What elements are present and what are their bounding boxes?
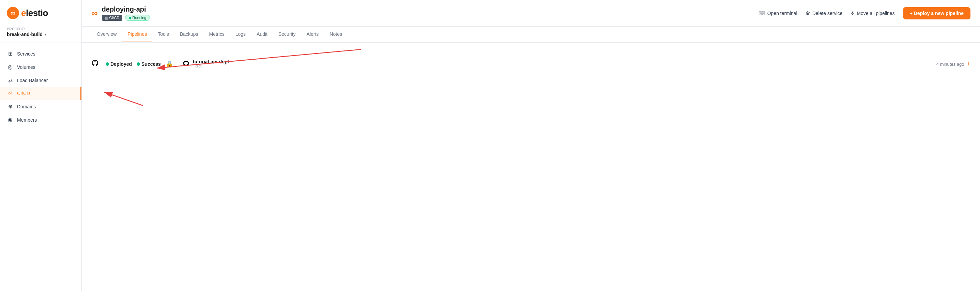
tab-overview[interactable]: Overview xyxy=(91,27,122,42)
terminal-icon: ⌨ xyxy=(759,11,765,16)
logo-icon: ∞ xyxy=(7,7,19,19)
main-content: ∞ deploying-api ▦ CI/CD Running ⌨ xyxy=(82,0,980,291)
status-badges: Deployed Success 🔒 xyxy=(106,60,173,68)
trash-icon: 🗑 xyxy=(805,11,810,16)
annotation-arrows xyxy=(82,43,980,291)
success-status: Success xyxy=(137,61,161,67)
sidebar-item-label: Volumes xyxy=(17,64,35,70)
sidebar-item-label: Domains xyxy=(17,104,36,110)
tab-notes[interactable]: Notes xyxy=(324,27,348,42)
project-label: PROJECT: xyxy=(7,27,75,31)
service-title: deploying-api xyxy=(102,5,150,13)
cicd-badge-icon: ▦ xyxy=(105,16,108,20)
loadbalancer-icon: ⇄ xyxy=(7,77,14,83)
tab-tools[interactable]: Tools xyxy=(152,27,175,42)
grid-icon: ⊞ xyxy=(7,51,14,57)
pipeline-name: tutorial-api-depl xyxy=(193,59,229,64)
project-section: PROJECT: break-and-build ▾ xyxy=(0,24,81,41)
badge-group: ▦ CI/CD Running xyxy=(102,15,150,21)
deployed-dot-icon xyxy=(106,62,109,66)
deployed-status: Deployed xyxy=(106,61,132,67)
delete-service-button[interactable]: 🗑 Delete service xyxy=(805,11,843,16)
pipeline-info: tutorial-api-depl - GO xyxy=(183,59,229,69)
cicd-badge: ▦ CI/CD xyxy=(102,15,123,21)
logo-area: ∞ elestio xyxy=(0,0,81,24)
deploy-pipeline-button[interactable]: + Deploy a new pipeline xyxy=(903,7,970,19)
running-dot-icon xyxy=(129,17,131,19)
volume-icon: ◎ xyxy=(7,64,14,70)
pipeline-time: 4 minutes ago + xyxy=(936,60,970,68)
move-icon: ✛ xyxy=(851,11,854,16)
sidebar-item-services[interactable]: ⊞ Services xyxy=(0,47,81,60)
logo-text: elestio xyxy=(21,8,48,18)
sidebar-item-label: Services xyxy=(17,51,35,57)
cicd-icon: ∞ xyxy=(7,90,14,97)
project-selector[interactable]: break-and-build ▾ xyxy=(7,32,75,37)
pipeline-lang: - GO xyxy=(193,64,229,69)
tab-security[interactable]: Security xyxy=(273,27,301,42)
sidebar-item-label: Load Balancer xyxy=(17,78,48,83)
service-title-block: deploying-api ▦ CI/CD Running xyxy=(102,5,150,21)
members-icon: ◉ xyxy=(7,116,14,123)
tab-alerts[interactable]: Alerts xyxy=(301,27,325,42)
service-infinity-icon: ∞ xyxy=(91,8,98,18)
chevron-down-icon: ▾ xyxy=(45,32,47,37)
header-actions: ⌨ Open terminal 🗑 Delete service ✛ Move … xyxy=(759,7,970,19)
project-name: break-and-build xyxy=(7,32,43,37)
content-area: Deployed Success 🔒 tutorial-api-depl - G… xyxy=(82,43,980,291)
sidebar-item-domains[interactable]: ⊕ Domains xyxy=(0,100,81,113)
tab-logs[interactable]: Logs xyxy=(230,27,251,42)
sidebar: ∞ elestio PROJECT: break-and-build ▾ ⊞ S… xyxy=(0,0,82,291)
running-badge: Running xyxy=(125,15,150,21)
tab-metrics[interactable]: Metrics xyxy=(204,27,230,42)
tab-audit[interactable]: Audit xyxy=(251,27,273,42)
sidebar-item-members[interactable]: ◉ Members xyxy=(0,113,81,126)
tab-backups[interactable]: Backups xyxy=(175,27,204,42)
sidebar-item-load-balancer[interactable]: ⇄ Load Balancer xyxy=(0,73,81,87)
svg-line-2 xyxy=(104,92,143,106)
sidebar-nav: ⊞ Services ◎ Volumes ⇄ Load Balancer ∞ C… xyxy=(0,44,81,291)
lock-icon: 🔒 xyxy=(165,60,173,68)
github-icon xyxy=(91,59,99,69)
top-header: ∞ deploying-api ▦ CI/CD Running ⌨ xyxy=(82,0,980,27)
service-info: ∞ deploying-api ▦ CI/CD Running xyxy=(91,5,150,21)
pipeline-github-icon xyxy=(183,60,189,68)
sidebar-item-label: Members xyxy=(17,117,37,122)
tab-pipelines[interactable]: Pipelines xyxy=(122,27,152,42)
success-dot-icon xyxy=(137,62,140,66)
pipeline-name-block: tutorial-api-depl - GO xyxy=(193,59,229,69)
domains-icon: ⊕ xyxy=(7,103,14,110)
sidebar-item-label: CI/CD xyxy=(17,91,30,96)
add-pipeline-icon[interactable]: + xyxy=(967,60,970,68)
sidebar-item-cicd[interactable]: ∞ CI/CD xyxy=(0,87,81,100)
pipeline-row: Deployed Success 🔒 tutorial-api-depl - G… xyxy=(91,52,970,76)
tab-bar: Overview Pipelines Tools Backups Metrics… xyxy=(82,27,980,43)
sidebar-divider xyxy=(0,43,81,43)
move-pipelines-button[interactable]: ✛ Move all pipelines xyxy=(851,11,894,16)
open-terminal-button[interactable]: ⌨ Open terminal xyxy=(759,11,797,16)
sidebar-item-volumes[interactable]: ◎ Volumes xyxy=(0,60,81,73)
